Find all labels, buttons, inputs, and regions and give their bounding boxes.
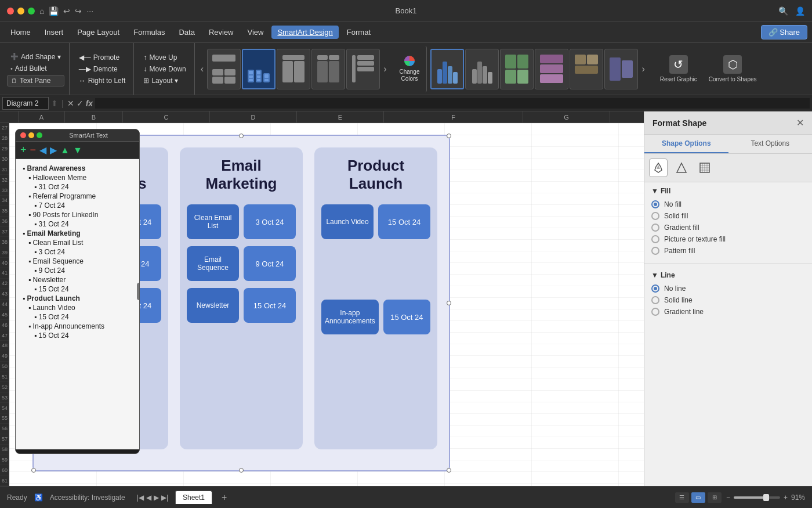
layout-thumb-4[interactable] [311,49,345,89]
gradient-fill-radio[interactable] [651,224,659,232]
menu-home[interactable]: Home [5,26,37,39]
sheet-area[interactable]: ▶ Brand Awareness Halloween Meme 31 Oct … [9,123,644,486]
layout-thumb-1[interactable] [207,49,241,89]
launch-video-date[interactable]: 15 Oct 24 [378,204,430,239]
convert-shapes-button[interactable]: ⬡ Convert to Shapes [704,53,762,85]
layout-prev[interactable]: ‹ [198,64,206,74]
no-line-radio[interactable] [651,284,659,293]
resize-handle-br[interactable] [447,468,451,473]
clean-email-list-date[interactable]: 3 Oct 24 [244,204,296,239]
no-line-option[interactable]: No line [651,283,805,294]
search-icon[interactable]: 🔍 [778,6,788,16]
maximize-button[interactable] [28,8,35,15]
sheet-last-btn[interactable]: ▶| [161,493,168,502]
col-header-b[interactable]: B [65,111,123,123]
menu-view[interactable]: View [242,26,270,39]
style-thumb-1[interactable] [430,49,464,89]
layout-button[interactable]: ⊞ Layout ▾ [140,75,189,86]
layout-thumb-2[interactable] [242,49,276,89]
tp-max[interactable] [37,132,42,138]
email-sequence-date[interactable]: 9 Oct 24 [244,246,296,281]
confirm-formula-button[interactable]: ✓ [77,99,84,108]
zoom-thumb[interactable] [763,494,769,501]
email-sequence-item[interactable]: Email Sequence [187,246,239,281]
resize-handle-top[interactable] [239,134,244,138]
solid-fill-option[interactable]: Solid fill [651,210,805,222]
picture-fill-option[interactable]: Picture or texture fill [651,233,805,245]
fill-section-header[interactable]: ▼ Fill [651,187,805,195]
menu-insert[interactable]: Insert [39,26,70,39]
tp-left-icon[interactable]: ◀ [39,145,46,156]
normal-view-btn[interactable]: ☰ [675,492,689,503]
menu-data[interactable]: Data [173,26,200,39]
size-properties-icon-btn[interactable] [695,158,714,177]
zoom-in-icon[interactable]: + [784,493,788,502]
page-view-btn[interactable]: ▭ [691,492,705,503]
style-thumb-5[interactable] [570,49,603,89]
right-to-left-button[interactable]: ↔ Right to Left [75,75,129,86]
solid-fill-radio[interactable] [651,212,659,220]
tp-right-icon[interactable]: ▶ [50,145,57,156]
add-shape-button[interactable]: ➕ Add Shape ▾ [7,52,64,62]
change-colors-button[interactable]: ChangeColors [392,46,427,92]
sheet-next-btn[interactable]: ▶ [154,493,159,502]
style-thumb-3[interactable] [500,49,534,89]
menu-page-layout[interactable]: Page Layout [71,26,125,39]
tp-add-icon[interactable]: + [20,144,27,156]
pattern-fill-radio[interactable] [651,247,659,255]
profile-icon[interactable]: 👤 [795,6,805,16]
line-section-header[interactable]: ▼ Line [651,271,805,279]
menu-smartart-design[interactable]: SmartArt Design [271,26,338,39]
layout-next[interactable]: › [381,64,389,74]
move-down-button[interactable]: ↓ Move Down [140,64,189,74]
accessibility-text[interactable]: Accessibility: Investigate [50,493,125,502]
name-box[interactable]: Diagram 2 [2,97,49,110]
resize-handle-bottom[interactable] [239,468,244,473]
col-header-c[interactable]: C [123,111,210,123]
col-header-g[interactable]: G [523,111,610,123]
cancel-formula-button[interactable]: ✕ [67,99,74,108]
no-fill-radio[interactable] [651,200,659,208]
col-header-d[interactable]: D [210,111,297,123]
undo-icon[interactable]: ↩ [63,6,70,16]
styles-next[interactable]: › [639,64,647,74]
solid-line-radio[interactable] [651,296,659,304]
tp-remove-icon[interactable]: − [30,144,37,156]
text-pane-button[interactable]: 🗒 Text Pane [7,75,64,87]
pattern-fill-option[interactable]: Pattern fill [651,245,805,257]
col-header-f[interactable]: F [384,111,523,123]
style-thumb-4[interactable] [535,49,568,89]
sheet-prev-btn[interactable]: ◀ [146,493,151,502]
minimize-button[interactable] [17,8,24,15]
style-thumb-6[interactable] [604,49,638,89]
text-pane-content[interactable]: ▪ Brand Awareness ▪ Halloween Meme ▪ 31 … [16,159,139,449]
gradient-fill-option[interactable]: Gradient fill [651,222,805,233]
newsletter-date[interactable]: 15 Oct 24 [244,288,296,323]
tab-text-options[interactable]: Text Options [728,135,813,153]
tab-shape-options[interactable]: Shape Options [644,135,728,153]
tp-up-icon[interactable]: ▲ [60,145,70,156]
fill-effects-icon-btn[interactable] [649,158,668,177]
newsletter-item[interactable]: Newsletter [187,288,239,323]
tp-down-icon[interactable]: ▼ [73,145,82,156]
sheet-tab-1[interactable]: Sheet1 [175,491,212,504]
tp-min[interactable] [28,132,34,138]
gradient-line-option[interactable]: Gradient line [651,306,805,318]
promote-button[interactable]: ◀— Promote [75,52,129,63]
share-button[interactable]: 🔗 Share [761,25,807,39]
shape-options-icon-btn[interactable] [672,158,691,177]
page-break-view-btn[interactable]: ⊞ [708,492,722,503]
zoom-out-icon[interactable]: − [726,493,730,502]
zoom-slider[interactable] [734,496,780,499]
launch-video-item[interactable]: Launch Video [321,204,374,239]
clean-email-list-item[interactable]: Clean Email List [187,204,239,239]
layout-thumb-3[interactable] [277,49,310,89]
more-icon[interactable]: ··· [86,6,93,16]
menu-format[interactable]: Format [341,26,376,39]
demote-button[interactable]: —▶ Demote [75,64,129,74]
sheet-first-btn[interactable]: |◀ [137,493,144,502]
menu-review[interactable]: Review [203,26,240,39]
resize-handle-tr[interactable] [447,134,451,138]
formula-input[interactable] [95,98,810,109]
redo-icon[interactable]: ↪ [75,6,82,16]
